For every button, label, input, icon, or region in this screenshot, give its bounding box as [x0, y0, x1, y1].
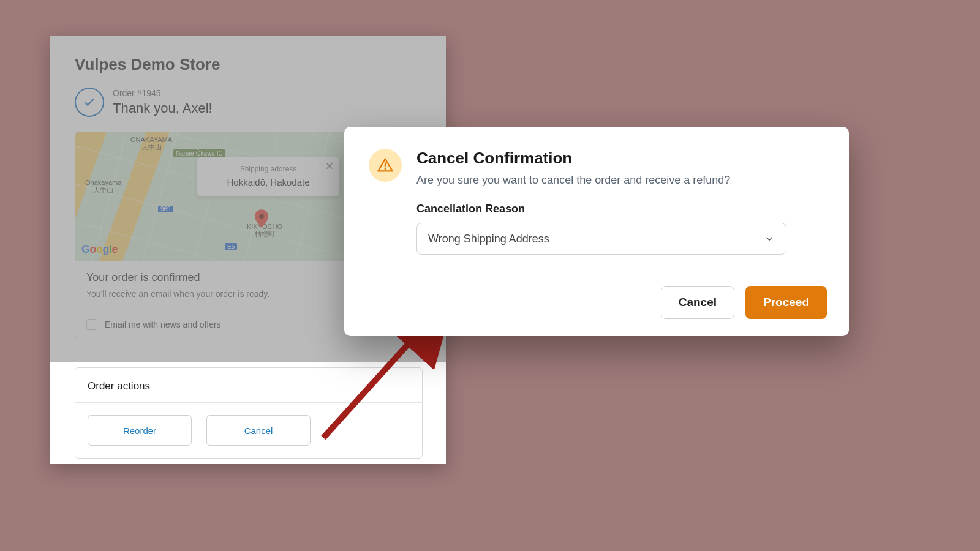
store-name: Vulpes Demo Store — [75, 55, 421, 74]
cancellation-reason-label: Cancellation Reason — [417, 203, 824, 216]
map-address-popup: Shipping address Hokkaidō, Hakodate — [197, 157, 340, 197]
cancel-order-button[interactable]: Cancel — [206, 415, 311, 446]
popup-address: Hokkaidō, Hakodate — [206, 177, 331, 187]
map-route-label: E5 — [225, 243, 237, 250]
map-pin-icon — [255, 209, 268, 230]
close-icon[interactable] — [325, 161, 334, 171]
thank-you-message: Thank you, Axel! — [113, 100, 213, 116]
svg-point-3 — [385, 168, 386, 170]
map-route-label: 969 — [158, 206, 173, 212]
news-optin-checkbox[interactable] — [86, 319, 97, 330]
reorder-button[interactable]: Reorder — [88, 415, 192, 446]
checkmark-icon — [75, 88, 104, 117]
modal-proceed-button[interactable]: Proceed — [745, 286, 827, 319]
cancellation-reason-select[interactable]: Wrong Shipping Address — [417, 223, 786, 255]
svg-point-0 — [259, 214, 264, 219]
order-number: Order #1945 — [113, 88, 213, 98]
modal-subtitle: Are you sure you want to cancel the orde… — [417, 174, 730, 187]
map-place-label: ONAKAYAMA大中山 — [130, 136, 172, 151]
popup-label: Shipping address — [206, 165, 331, 173]
order-header: Order #1945 Thank you, Axel! — [75, 88, 421, 117]
modal-cancel-button[interactable]: Cancel — [661, 286, 734, 319]
modal-title: Cancel Confirmation — [417, 149, 730, 168]
google-logo: Google — [81, 243, 118, 256]
cancellation-reason-value: Wrong Shipping Address — [428, 233, 549, 246]
map-place-label: Ōnakayama大中山 — [85, 179, 121, 193]
chevron-down-icon — [764, 233, 775, 244]
warning-icon — [369, 149, 402, 182]
news-optin-label: Email me with news and offers — [105, 320, 221, 329]
cancel-confirmation-modal: Cancel Confirmation Are you sure you wan… — [344, 127, 849, 336]
